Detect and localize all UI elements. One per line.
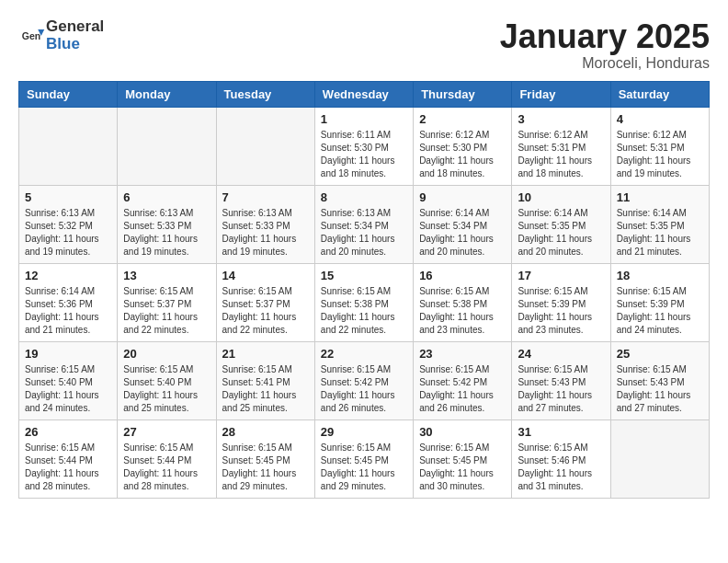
day-info: Sunrise: 6:15 AM Sunset: 5:42 PM Dayligh… bbox=[321, 363, 407, 415]
day-info: Sunrise: 6:13 AM Sunset: 5:33 PM Dayligh… bbox=[123, 207, 210, 259]
calendar-cell: 29Sunrise: 6:15 AM Sunset: 5:45 PM Dayli… bbox=[314, 419, 413, 498]
calendar-cell bbox=[19, 107, 118, 185]
day-number: 27 bbox=[123, 425, 210, 439]
weekday-header-sunday: Sunday bbox=[19, 81, 118, 107]
day-number: 21 bbox=[222, 347, 309, 361]
calendar-cell: 30Sunrise: 6:15 AM Sunset: 5:45 PM Dayli… bbox=[414, 419, 512, 498]
day-info: Sunrise: 6:13 AM Sunset: 5:32 PM Dayligh… bbox=[25, 207, 111, 259]
calendar-cell bbox=[216, 107, 314, 185]
day-info: Sunrise: 6:13 AM Sunset: 5:34 PM Dayligh… bbox=[321, 207, 407, 259]
calendar-table: SundayMondayTuesdayWednesdayThursdayFrid… bbox=[18, 81, 710, 499]
calendar-cell: 19Sunrise: 6:15 AM Sunset: 5:40 PM Dayli… bbox=[19, 341, 118, 419]
day-number: 10 bbox=[518, 190, 604, 204]
day-number: 30 bbox=[419, 425, 506, 439]
calendar-cell: 25Sunrise: 6:15 AM Sunset: 5:43 PM Dayli… bbox=[610, 341, 709, 419]
logo-blue: Blue bbox=[46, 36, 104, 53]
day-number: 2 bbox=[419, 112, 506, 126]
weekday-header-friday: Friday bbox=[512, 81, 610, 107]
day-info: Sunrise: 6:15 AM Sunset: 5:41 PM Dayligh… bbox=[222, 363, 309, 415]
day-info: Sunrise: 6:12 AM Sunset: 5:30 PM Dayligh… bbox=[419, 129, 506, 180]
day-info: Sunrise: 6:14 AM Sunset: 5:36 PM Dayligh… bbox=[25, 285, 111, 337]
day-info: Sunrise: 6:15 AM Sunset: 5:46 PM Dayligh… bbox=[518, 442, 604, 493]
calendar-cell: 14Sunrise: 6:15 AM Sunset: 5:37 PM Dayli… bbox=[216, 263, 314, 341]
day-info: Sunrise: 6:15 AM Sunset: 5:40 PM Dayligh… bbox=[25, 363, 111, 415]
day-number: 4 bbox=[617, 112, 703, 126]
weekday-header-wednesday: Wednesday bbox=[314, 81, 413, 107]
calendar-cell: 17Sunrise: 6:15 AM Sunset: 5:39 PM Dayli… bbox=[512, 263, 610, 341]
day-number: 7 bbox=[222, 190, 309, 204]
calendar-cell: 12Sunrise: 6:14 AM Sunset: 5:36 PM Dayli… bbox=[19, 263, 118, 341]
logo: Gen General Blue bbox=[18, 18, 104, 52]
calendar-cell: 21Sunrise: 6:15 AM Sunset: 5:41 PM Dayli… bbox=[216, 341, 314, 419]
calendar-cell: 9Sunrise: 6:14 AM Sunset: 5:34 PM Daylig… bbox=[414, 185, 512, 263]
day-number: 29 bbox=[321, 425, 407, 439]
calendar-cell: 22Sunrise: 6:15 AM Sunset: 5:42 PM Dayli… bbox=[314, 341, 413, 419]
day-info: Sunrise: 6:12 AM Sunset: 5:31 PM Dayligh… bbox=[518, 129, 604, 180]
calendar-cell: 10Sunrise: 6:14 AM Sunset: 5:35 PM Dayli… bbox=[512, 185, 610, 263]
calendar-cell: 2Sunrise: 6:12 AM Sunset: 5:30 PM Daylig… bbox=[414, 107, 512, 185]
day-number: 22 bbox=[321, 347, 407, 361]
title-block: January 2025 Moroceli, Honduras bbox=[500, 18, 710, 72]
day-number: 19 bbox=[25, 347, 111, 361]
day-info: Sunrise: 6:15 AM Sunset: 5:44 PM Dayligh… bbox=[123, 442, 210, 493]
calendar-cell: 23Sunrise: 6:15 AM Sunset: 5:42 PM Dayli… bbox=[414, 341, 512, 419]
calendar-week-4: 19Sunrise: 6:15 AM Sunset: 5:40 PM Dayli… bbox=[19, 341, 710, 419]
calendar-cell: 4Sunrise: 6:12 AM Sunset: 5:31 PM Daylig… bbox=[610, 107, 709, 185]
weekday-header-saturday: Saturday bbox=[610, 81, 709, 107]
calendar-cell: 15Sunrise: 6:15 AM Sunset: 5:38 PM Dayli… bbox=[314, 263, 413, 341]
calendar-week-1: 1Sunrise: 6:11 AM Sunset: 5:30 PM Daylig… bbox=[19, 107, 710, 185]
calendar-cell: 1Sunrise: 6:11 AM Sunset: 5:30 PM Daylig… bbox=[314, 107, 413, 185]
calendar-week-2: 5Sunrise: 6:13 AM Sunset: 5:32 PM Daylig… bbox=[19, 185, 710, 263]
calendar-cell: 27Sunrise: 6:15 AM Sunset: 5:44 PM Dayli… bbox=[118, 419, 216, 498]
weekday-header-row: SundayMondayTuesdayWednesdayThursdayFrid… bbox=[19, 81, 710, 107]
calendar-week-3: 12Sunrise: 6:14 AM Sunset: 5:36 PM Dayli… bbox=[19, 263, 710, 341]
calendar-cell: 16Sunrise: 6:15 AM Sunset: 5:38 PM Dayli… bbox=[414, 263, 512, 341]
day-number: 15 bbox=[321, 269, 407, 282]
calendar-week-5: 26Sunrise: 6:15 AM Sunset: 5:44 PM Dayli… bbox=[19, 419, 710, 498]
day-info: Sunrise: 6:15 AM Sunset: 5:42 PM Dayligh… bbox=[419, 363, 506, 415]
month-title: January 2025 bbox=[500, 18, 710, 55]
day-info: Sunrise: 6:15 AM Sunset: 5:38 PM Dayligh… bbox=[321, 285, 407, 337]
day-info: Sunrise: 6:15 AM Sunset: 5:40 PM Dayligh… bbox=[123, 363, 210, 415]
day-info: Sunrise: 6:15 AM Sunset: 5:37 PM Dayligh… bbox=[123, 285, 210, 337]
calendar-cell: 18Sunrise: 6:15 AM Sunset: 5:39 PM Dayli… bbox=[610, 263, 709, 341]
day-info: Sunrise: 6:15 AM Sunset: 5:45 PM Dayligh… bbox=[222, 442, 309, 493]
day-number: 26 bbox=[25, 425, 111, 439]
day-info: Sunrise: 6:14 AM Sunset: 5:35 PM Dayligh… bbox=[617, 207, 703, 259]
calendar-cell: 3Sunrise: 6:12 AM Sunset: 5:31 PM Daylig… bbox=[512, 107, 610, 185]
day-number: 6 bbox=[123, 190, 210, 204]
weekday-header-monday: Monday bbox=[118, 81, 216, 107]
day-number: 28 bbox=[222, 425, 309, 439]
day-number: 3 bbox=[518, 112, 604, 126]
weekday-header-thursday: Thursday bbox=[414, 81, 512, 107]
logo-general: General bbox=[46, 18, 104, 36]
day-number: 13 bbox=[123, 269, 210, 282]
day-info: Sunrise: 6:15 AM Sunset: 5:39 PM Dayligh… bbox=[617, 285, 703, 337]
day-info: Sunrise: 6:15 AM Sunset: 5:45 PM Dayligh… bbox=[321, 442, 407, 493]
day-info: Sunrise: 6:14 AM Sunset: 5:34 PM Dayligh… bbox=[419, 207, 506, 259]
day-info: Sunrise: 6:14 AM Sunset: 5:35 PM Dayligh… bbox=[518, 207, 604, 259]
day-number: 17 bbox=[518, 269, 604, 282]
svg-text:Gen: Gen bbox=[22, 29, 40, 40]
calendar-cell: 8Sunrise: 6:13 AM Sunset: 5:34 PM Daylig… bbox=[314, 185, 413, 263]
day-info: Sunrise: 6:15 AM Sunset: 5:45 PM Dayligh… bbox=[419, 442, 506, 493]
day-info: Sunrise: 6:15 AM Sunset: 5:44 PM Dayligh… bbox=[25, 442, 111, 493]
calendar-cell: 11Sunrise: 6:14 AM Sunset: 5:35 PM Dayli… bbox=[610, 185, 709, 263]
calendar-cell bbox=[118, 107, 216, 185]
calendar-cell: 26Sunrise: 6:15 AM Sunset: 5:44 PM Dayli… bbox=[19, 419, 118, 498]
calendar-cell: 5Sunrise: 6:13 AM Sunset: 5:32 PM Daylig… bbox=[19, 185, 118, 263]
calendar-cell: 24Sunrise: 6:15 AM Sunset: 5:43 PM Dayli… bbox=[512, 341, 610, 419]
calendar-cell bbox=[610, 419, 709, 498]
day-number: 23 bbox=[419, 347, 506, 361]
calendar-cell: 20Sunrise: 6:15 AM Sunset: 5:40 PM Dayli… bbox=[118, 341, 216, 419]
day-info: Sunrise: 6:15 AM Sunset: 5:43 PM Dayligh… bbox=[518, 363, 604, 415]
day-number: 9 bbox=[419, 190, 506, 204]
day-info: Sunrise: 6:15 AM Sunset: 5:38 PM Dayligh… bbox=[419, 285, 506, 337]
calendar-cell: 7Sunrise: 6:13 AM Sunset: 5:33 PM Daylig… bbox=[216, 185, 314, 263]
calendar-cell: 31Sunrise: 6:15 AM Sunset: 5:46 PM Dayli… bbox=[512, 419, 610, 498]
day-info: Sunrise: 6:11 AM Sunset: 5:30 PM Dayligh… bbox=[321, 129, 407, 180]
day-info: Sunrise: 6:15 AM Sunset: 5:39 PM Dayligh… bbox=[518, 285, 604, 337]
day-number: 25 bbox=[617, 347, 703, 361]
day-number: 18 bbox=[617, 269, 703, 282]
weekday-header-tuesday: Tuesday bbox=[216, 81, 314, 107]
